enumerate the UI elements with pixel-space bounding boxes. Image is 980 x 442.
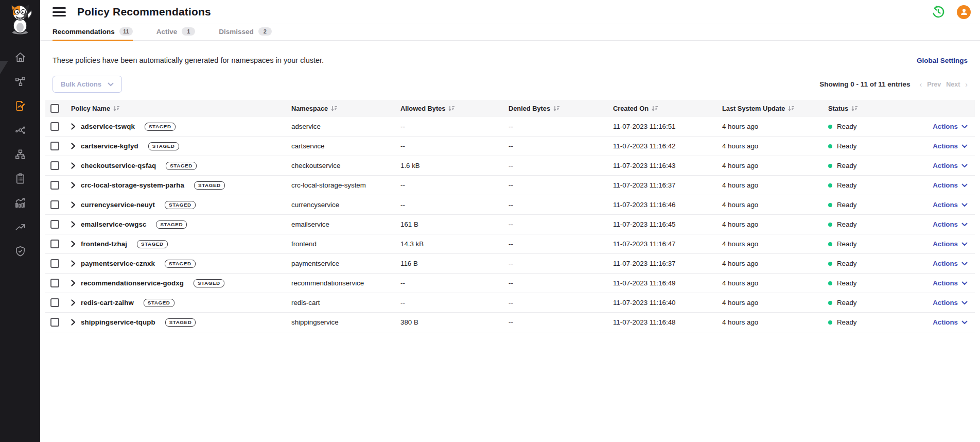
actions-cell: Actions (912, 215, 975, 234)
policy-name-cell: frontend-tzhaj STAGED (68, 234, 288, 254)
column-header-created-on[interactable]: Created On (610, 100, 719, 117)
policy-name: checkoutservice-qsfaq (81, 162, 156, 169)
table-row: shippingservice-tqupb STAGED shippingser… (45, 313, 975, 332)
namespace-cell: shippingservice (288, 313, 397, 332)
status-label: Ready (837, 299, 856, 307)
next-button[interactable]: Next (946, 81, 960, 88)
row-select-cell (45, 195, 68, 215)
staged-badge: STAGED (194, 279, 224, 287)
tab-active[interactable]: Active 1 (156, 27, 196, 40)
created-on-cell: 11-07-2023 11:16:37 (610, 254, 719, 274)
status-label: Ready (837, 123, 856, 130)
status-cell: Ready (825, 156, 912, 176)
expand-row-button[interactable] (71, 221, 76, 228)
bulk-actions-button[interactable]: Bulk Actions (52, 76, 122, 93)
sidebar-item-analytics[interactable] (0, 191, 40, 215)
prev-button[interactable]: Prev (927, 81, 941, 88)
actions-dropdown-button[interactable]: Actions (933, 279, 968, 287)
global-settings-link[interactable]: Global Settings (917, 57, 968, 64)
allowed-bytes-cell: 1.6 kB (397, 156, 505, 176)
denied-bytes-cell: -- (505, 293, 610, 313)
actions-dropdown-button[interactable]: Actions (933, 220, 968, 228)
actions-dropdown-button[interactable]: Actions (933, 162, 968, 169)
row-checkbox[interactable] (50, 181, 59, 190)
created-on-cell: 11-07-2023 11:16:45 (610, 215, 719, 234)
namespace-cell: paymentservice (288, 254, 397, 274)
staged-badge: STAGED (165, 201, 196, 209)
expand-row-button[interactable] (71, 260, 76, 267)
actions-dropdown-button[interactable]: Actions (933, 142, 968, 150)
app-logo[interactable] (0, 0, 40, 39)
expand-row-button[interactable] (71, 143, 76, 149)
sidebar-item-clipboard[interactable] (0, 166, 40, 191)
user-avatar-button[interactable] (957, 5, 971, 19)
actions-dropdown-button[interactable]: Actions (933, 260, 968, 267)
status-ready-dot (828, 125, 832, 129)
row-checkbox[interactable] (50, 142, 59, 150)
column-label: Last System Update (722, 105, 785, 112)
expand-row-button[interactable] (71, 201, 76, 208)
staged-badge: STAGED (137, 240, 168, 248)
policy-name: paymentservice-cznxk (81, 260, 155, 267)
column-header-allowed-bytes[interactable]: Allowed Bytes (397, 100, 505, 117)
status-cell: Ready (825, 176, 912, 195)
status-ready-dot (828, 262, 832, 266)
row-checkbox[interactable] (50, 279, 59, 287)
expand-row-button[interactable] (71, 319, 76, 326)
sidebar-item-home[interactable] (0, 45, 40, 70)
expand-row-button[interactable] (71, 280, 76, 286)
tab-recommendations[interactable]: Recommendations 11 (52, 27, 133, 40)
column-header-policy-name[interactable]: Policy Name (68, 100, 288, 117)
hamburger-menu-icon[interactable] (52, 7, 66, 17)
actions-dropdown-button[interactable]: Actions (933, 299, 968, 307)
status-cell: Ready (825, 254, 912, 274)
table-header-row: Policy Name Namespace Allowed Bytes Deni… (45, 100, 975, 117)
actions-label: Actions (933, 299, 958, 307)
column-header-namespace[interactable]: Namespace (288, 100, 397, 117)
sidebar-item-policy-recommendations[interactable] (0, 94, 40, 118)
tab-count-badge: 2 (258, 27, 272, 36)
row-checkbox[interactable] (50, 318, 59, 327)
history-button[interactable] (931, 5, 946, 19)
policy-name-cell: paymentservice-cznxk STAGED (68, 254, 288, 274)
sidebar-item-sitemap[interactable] (0, 142, 40, 166)
row-select-cell (45, 293, 68, 313)
expand-row-button[interactable] (71, 182, 76, 189)
expand-row-button[interactable] (71, 299, 76, 306)
actions-dropdown-button[interactable]: Actions (933, 181, 968, 189)
tab-dismissed[interactable]: Dismissed 2 (219, 27, 272, 40)
denied-bytes-cell: -- (505, 234, 610, 254)
status-cell: Ready (825, 137, 912, 156)
select-all-header[interactable] (45, 100, 68, 117)
prev-chevron-icon[interactable]: ‹ (919, 80, 922, 89)
column-header-last-system-update[interactable]: Last System Update (719, 100, 825, 117)
expand-row-button[interactable] (71, 123, 76, 130)
actions-dropdown-button[interactable]: Actions (933, 123, 968, 130)
expand-row-button[interactable] (71, 241, 76, 247)
sidebar-item-security[interactable] (0, 239, 40, 263)
sidebar-item-trending[interactable] (0, 215, 40, 239)
actions-dropdown-button[interactable]: Actions (933, 318, 968, 326)
next-chevron-icon[interactable]: › (965, 80, 968, 89)
chevron-down-icon (961, 262, 968, 266)
row-select-cell (45, 313, 68, 332)
select-all-checkbox[interactable] (50, 104, 59, 113)
sort-icon (553, 106, 560, 111)
chevron-right-icon (71, 299, 76, 306)
column-header-status[interactable]: Status (825, 100, 912, 117)
actions-dropdown-button[interactable]: Actions (933, 240, 968, 248)
row-checkbox[interactable] (50, 161, 59, 170)
sidebar-item-topology[interactable] (0, 70, 40, 94)
row-checkbox[interactable] (50, 240, 59, 248)
last-update-cell: 4 hours ago (719, 117, 825, 137)
row-checkbox[interactable] (50, 220, 59, 229)
row-checkbox[interactable] (50, 298, 59, 307)
row-checkbox[interactable] (50, 200, 59, 209)
row-checkbox[interactable] (50, 259, 59, 268)
actions-dropdown-button[interactable]: Actions (933, 201, 968, 209)
expand-row-button[interactable] (71, 162, 76, 169)
row-checkbox[interactable] (50, 122, 59, 131)
sidebar-item-share-nodes[interactable] (0, 118, 40, 142)
column-header-denied-bytes[interactable]: Denied Bytes (505, 100, 610, 117)
last-update-cell: 4 hours ago (719, 156, 825, 176)
